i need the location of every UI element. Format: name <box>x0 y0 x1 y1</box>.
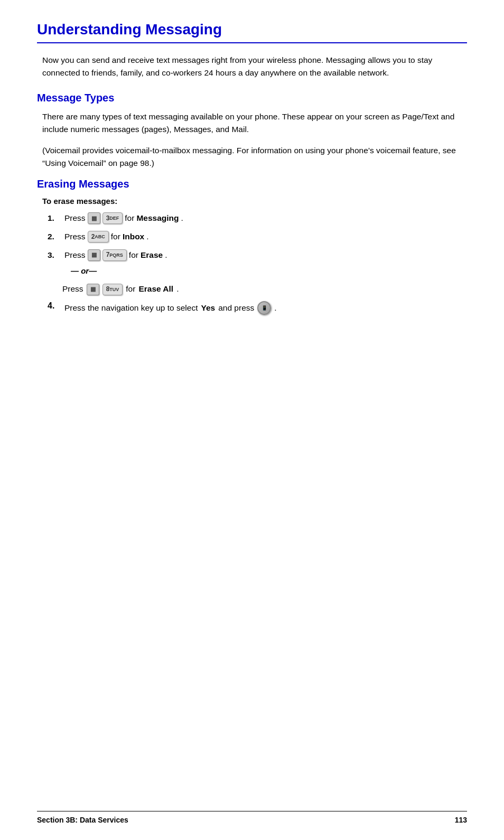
step-3-alt-press: Press <box>62 283 83 296</box>
step-2-2abc-key: 2ABC <box>88 231 109 242</box>
step-2-label: Inbox <box>123 230 144 244</box>
step-1-3def-key: 3DEF <box>102 212 123 224</box>
step-3-menu-key: ▦ <box>88 249 100 261</box>
step-3-alt-label: Erase All <box>138 283 173 296</box>
step-1-content: Press ▦ 3DEF for Messaging. <box>64 212 183 225</box>
step-4: 4. Press the navigation key up to select… <box>48 301 467 315</box>
footer-section-label: Section 3B: Data Services <box>37 816 128 824</box>
step-4-number: 4. <box>48 301 59 311</box>
step-3-or-dash: — or— <box>71 265 97 277</box>
step-1-press: Press <box>64 212 86 225</box>
step-4-yes-label: Yes <box>201 302 215 315</box>
step-3-alt-menu-key: ▦ <box>87 284 99 295</box>
page-container: Understanding Messaging Now you can send… <box>0 0 504 840</box>
step-1-label: Messaging <box>136 212 179 225</box>
step-2-number: 2. <box>48 230 59 244</box>
steps-list: 1. Press ▦ 3DEF for Messaging. 2. Press … <box>48 212 467 296</box>
step-3-or-line: — or— <box>71 265 97 277</box>
step-2-press: Press <box>64 230 86 244</box>
subsection-label: To erase messages: <box>42 197 467 206</box>
title-divider <box>37 42 467 43</box>
step-3-press: Press <box>64 249 86 262</box>
step-3-number: 3. <box>48 249 59 262</box>
footer: Section 3B: Data Services 113 <box>37 811 467 824</box>
step-2-for: for <box>111 230 120 244</box>
step-3-alt: Press ▦ 8TUV for Erase All. <box>62 283 179 296</box>
step-1-for: for <box>125 212 134 225</box>
step-3-main: 3. Press ▦ 7PQRS for Erase. <box>48 249 167 262</box>
page-title: Understanding Messaging <box>37 21 467 38</box>
step-4-ok-key: 📱 <box>257 301 271 315</box>
step-1-menu-key: ▦ <box>88 212 100 224</box>
step-3: 3. Press ▦ 7PQRS for Erase. — or— Press … <box>48 249 467 296</box>
step-1-number: 1. <box>48 212 59 225</box>
section-heading-message-types: Message Types <box>37 92 467 104</box>
step-4-text-before: Press the navigation key up to select <box>64 302 198 315</box>
intro-text: Now you can send and receive text messag… <box>42 54 467 79</box>
step-2: 2. Press 2ABC for Inbox. <box>48 230 467 244</box>
step-2-content: Press 2ABC for Inbox. <box>64 230 149 244</box>
section-text-message-types-1: There are many types of text messaging a… <box>42 110 467 136</box>
step-3-8tuv-key: 8TUV <box>102 284 123 295</box>
step-3-7pqrs-key: 7PQRS <box>102 249 127 261</box>
step-3-for: for <box>129 249 138 262</box>
step-3-alt-for: for <box>126 283 135 296</box>
step-3-label: Erase <box>141 249 163 262</box>
section-heading-erasing: Erasing Messages <box>37 178 467 190</box>
step-1: 1. Press ▦ 3DEF for Messaging. <box>48 212 467 225</box>
step-4-and-press: and press <box>218 302 254 315</box>
footer-page-number: 113 <box>455 816 467 824</box>
step-4-content: Press the navigation key up to select Ye… <box>64 301 277 315</box>
step-3-content: Press ▦ 7PQRS for Erase. <box>64 249 167 262</box>
section-text-message-types-2: (Voicemail provides voicemail-to-mailbox… <box>42 144 467 170</box>
